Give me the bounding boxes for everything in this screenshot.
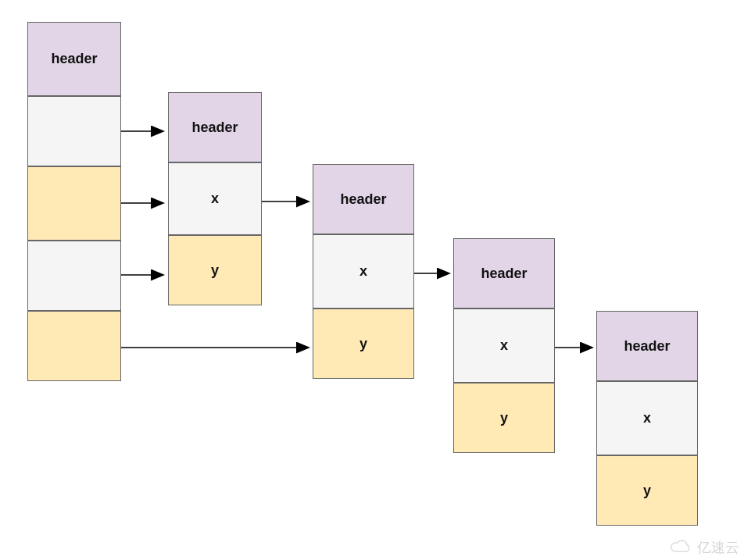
header-cell: header <box>168 92 262 162</box>
data-cell-x: x <box>596 381 698 455</box>
header-cell: header <box>453 238 555 309</box>
cell-label: x <box>359 263 367 280</box>
cell-label: header <box>624 338 670 355</box>
empty-cell <box>27 241 121 311</box>
watermark-text: 亿速云 <box>697 538 739 557</box>
header-cell: header <box>596 311 698 381</box>
data-cell-x: x <box>453 309 555 383</box>
empty-cell <box>27 166 121 241</box>
header-cell: header <box>313 164 414 234</box>
cell-label: x <box>211 191 219 207</box>
data-cell-y: y <box>313 309 414 379</box>
cloud-icon <box>667 540 694 555</box>
data-cell-y: y <box>168 235 262 305</box>
watermark: 亿速云 <box>667 538 739 557</box>
data-cell-x: x <box>313 234 414 309</box>
data-cell-x: x <box>168 162 262 235</box>
cell-label: x <box>643 410 651 426</box>
cell-label: header <box>51 51 97 67</box>
cell-label: y <box>500 410 508 426</box>
data-cell-y: y <box>596 455 698 526</box>
cell-label: y <box>211 262 219 279</box>
cell-label: x <box>500 337 508 354</box>
empty-cell <box>27 311 121 381</box>
header-cell: header <box>27 22 121 96</box>
cell-label: y <box>359 336 367 352</box>
empty-cell <box>27 96 121 166</box>
cell-label: header <box>191 119 238 136</box>
cell-label: header <box>481 266 527 282</box>
cell-label: header <box>340 191 386 208</box>
cell-label: y <box>643 483 651 499</box>
diagram-stage: 亿速云 headerheaderxyheaderxyheaderxyheader… <box>0 0 744 560</box>
data-cell-y: y <box>453 383 555 453</box>
